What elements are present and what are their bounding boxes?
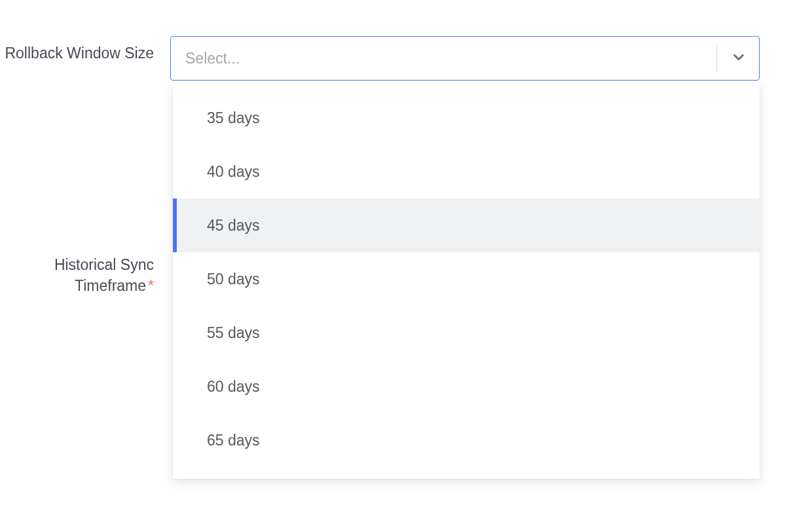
rollback-window-select[interactable]: Select... [170,36,760,81]
dropdown-option[interactable]: 45 days [173,199,760,252]
dropdown-option-label: 40 days [207,163,260,181]
dropdown-option-label: 45 days [207,217,260,235]
historical-sync-label: Historical Sync Timeframe* [0,248,170,296]
chevron-down-icon [731,50,746,67]
rollback-window-label: Rollback Window Size [0,36,170,64]
required-asterisk: * [148,277,154,294]
rollback-window-label-text: Rollback Window Size [5,45,154,62]
dropdown-option-label: 65 days [207,432,260,449]
dropdown-option[interactable]: 60 days [173,360,760,413]
dropdown-option-label: 35 days [207,109,260,127]
dropdown-option[interactable]: 65 days [173,413,760,467]
dropdown-option-label: 60 days [207,378,260,396]
dropdown-option-label: 50 days [207,271,260,288]
dropdown-option[interactable]: 35 days [173,91,760,145]
dropdown-option-label: 55 days [207,324,260,342]
dropdown-option[interactable]: 50 days [173,252,760,306]
rollback-window-placeholder: Select... [185,50,716,67]
historical-sync-label-text: Historical Sync Timeframe [54,256,154,294]
rollback-window-dropdown-indicator[interactable] [716,45,746,72]
dropdown-option[interactable]: 40 days [173,145,760,199]
rollback-window-dropdown-menu: 35 days 40 days 45 days 50 days 55 days … [173,82,760,479]
dropdown-option[interactable]: 55 days [173,306,760,360]
rollback-window-row: Rollback Window Size Select... 35 days 4… [0,36,812,81]
rollback-window-control: Select... 35 days 40 days 45 days 50 day… [170,36,812,81]
